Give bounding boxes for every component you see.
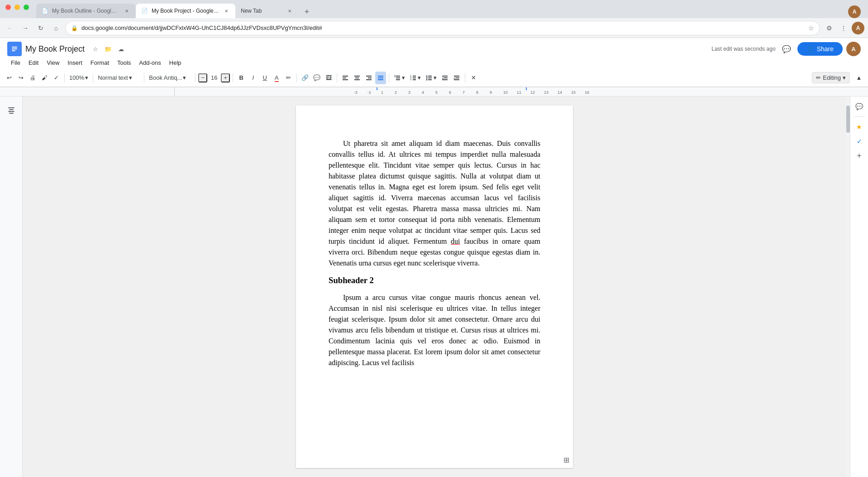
svg-rect-18	[396, 79, 400, 80]
comments-button[interactable]: 💬	[779, 42, 794, 56]
back-button[interactable]: ←	[4, 22, 16, 34]
outline-icon[interactable]	[5, 104, 18, 116]
browser-profile-icon[interactable]: A	[848, 5, 861, 18]
svg-rect-8	[355, 77, 359, 78]
editing-mode-button[interactable]: ✏ Editing ▾	[812, 72, 850, 83]
align-right-button[interactable]	[363, 72, 374, 84]
paragraph-1[interactable]: Ut pharetra sit amet aliquam id diam mae…	[329, 138, 540, 269]
svg-point-27	[426, 77, 428, 78]
collapse-toolbar-button[interactable]: ▲	[854, 72, 864, 84]
home-button[interactable]: ⌂	[50, 22, 62, 34]
browser-menu-icon[interactable]: ⋮	[837, 22, 850, 34]
svg-rect-25	[413, 79, 416, 80]
svg-text:6: 6	[449, 90, 451, 95]
highlight-button[interactable]: ✏	[283, 72, 294, 84]
svg-marker-39	[454, 77, 455, 79]
spell-check-button[interactable]: ✓	[51, 72, 62, 84]
svg-text:3.: 3.	[410, 78, 412, 81]
indent-increase-button[interactable]	[451, 72, 462, 84]
align-left-button[interactable]	[340, 72, 351, 84]
svg-rect-63	[8, 111, 14, 112]
window-close-btn[interactable]	[5, 5, 11, 10]
right-sidebar-chat-icon[interactable]: 💬	[853, 100, 866, 113]
forward-button[interactable]: →	[19, 22, 32, 34]
star-button[interactable]: ☆	[90, 43, 101, 54]
menu-addons[interactable]: Add-ons	[135, 58, 164, 68]
underline-button[interactable]: U	[259, 72, 270, 84]
drive-button[interactable]: ☁	[115, 43, 126, 54]
indent-decrease-button[interactable]	[439, 72, 450, 84]
font-size-decrease-button[interactable]: −	[198, 73, 207, 82]
browser-avatar[interactable]: A	[848, 5, 861, 18]
numbered-list-button[interactable]: 1. 2. 3. ▾	[408, 72, 423, 84]
align-center-button[interactable]	[352, 72, 362, 84]
scrollbar-track[interactable]	[846, 96, 850, 477]
user-avatar[interactable]: A	[846, 42, 861, 56]
menu-tools[interactable]: Tools	[114, 58, 134, 68]
bulleted-list-button[interactable]: ▾	[424, 72, 439, 84]
menu-insert[interactable]: Insert	[64, 58, 86, 68]
clear-formatting-button[interactable]: ✕	[468, 72, 479, 84]
address-bar[interactable]: 🔒 docs.google.com/document/d/jjwDCFxlxW4…	[65, 21, 820, 35]
bold-button[interactable]: B	[236, 72, 247, 84]
svg-rect-10	[366, 76, 372, 77]
refresh-button[interactable]: ↻	[34, 22, 47, 34]
tab1-close[interactable]: ✕	[123, 7, 130, 14]
link-button[interactable]: 🔗	[300, 72, 310, 84]
tab3-close[interactable]: ✕	[286, 7, 293, 14]
svg-point-28	[426, 79, 428, 80]
font-size-value[interactable]: 16	[207, 74, 221, 81]
paint-format-button[interactable]: 🖌	[39, 72, 50, 84]
svg-rect-60	[526, 87, 527, 90]
line-spacing-button[interactable]: ▾	[392, 72, 407, 84]
extensions-icon[interactable]: ⚙	[823, 22, 835, 34]
menu-file[interactable]: File	[7, 58, 24, 68]
style-selector[interactable]: Normal text ▾	[96, 72, 141, 84]
window-minimize-btn[interactable]	[14, 5, 20, 10]
scrollbar-thumb[interactable]	[846, 106, 850, 133]
text-color-button[interactable]: A	[271, 72, 282, 84]
right-sidebar-plus-icon[interactable]: +	[853, 149, 866, 162]
redo-button[interactable]: ↪	[15, 72, 26, 84]
undo-button[interactable]: ↩	[4, 72, 14, 84]
tab2-close[interactable]: ✕	[223, 7, 230, 14]
menu-view[interactable]: View	[43, 58, 63, 68]
toolbar-separator-6	[296, 73, 297, 82]
folder-button[interactable]: 📁	[103, 43, 114, 54]
svg-text:2: 2	[395, 90, 397, 95]
new-tab-button[interactable]: +	[300, 5, 313, 18]
comment-button[interactable]: 💬	[311, 72, 322, 84]
document-page[interactable]: Ut pharetra sit amet aliquam id diam mae…	[296, 106, 573, 468]
bookmark-icon[interactable]: ☆	[808, 24, 814, 32]
share-button[interactable]: 👤 Share	[797, 42, 843, 56]
svg-marker-35	[442, 77, 443, 79]
right-sidebar-check-icon[interactable]: ✓	[853, 135, 866, 148]
browser-tab-1[interactable]: 📄 My Book Outline - Google Doc... ✕	[36, 4, 136, 18]
browser-tab-2[interactable]: 📄 My Book Project - Google Doc... ✕	[136, 4, 235, 18]
browser-tab-3[interactable]: New Tab ✕	[235, 4, 299, 18]
print-button[interactable]: 🖨	[27, 72, 38, 84]
subheader-2[interactable]: Subheader 2	[329, 274, 540, 287]
toolbar-separator-2	[93, 73, 93, 82]
svg-text:8: 8	[476, 90, 478, 95]
align-justify-button[interactable]	[375, 72, 386, 84]
svg-text:11: 11	[517, 90, 521, 95]
italic-button[interactable]: I	[248, 72, 258, 84]
document-content[interactable]: Ut pharetra sit amet aliquam id diam mae…	[329, 138, 540, 368]
font-size-increase-button[interactable]: +	[221, 73, 230, 82]
image-button[interactable]: 🖼	[323, 72, 334, 84]
zoom-selector[interactable]: 100% ▾	[67, 72, 90, 84]
window-maximize-btn[interactable]	[24, 5, 29, 10]
menu-help[interactable]: Help	[166, 58, 185, 68]
style-dropdown-icon: ▾	[129, 74, 132, 81]
profile-avatar[interactable]: A	[852, 22, 864, 34]
page-options-icon[interactable]: ⊞	[563, 456, 569, 464]
right-sidebar-star-icon[interactable]: ★	[853, 120, 866, 133]
svg-text:5: 5	[435, 90, 438, 95]
menu-format[interactable]: Format	[87, 58, 113, 68]
font-selector[interactable]: Book Antiq... ▾	[147, 72, 192, 84]
paragraph-2[interactable]: Ipsum a arcu cursus vitae congue mauris …	[329, 292, 540, 368]
document-title[interactable]: My Book Project	[25, 44, 85, 54]
last-edit-text: Last edit was seconds ago	[711, 46, 775, 52]
menu-edit[interactable]: Edit	[25, 58, 42, 68]
